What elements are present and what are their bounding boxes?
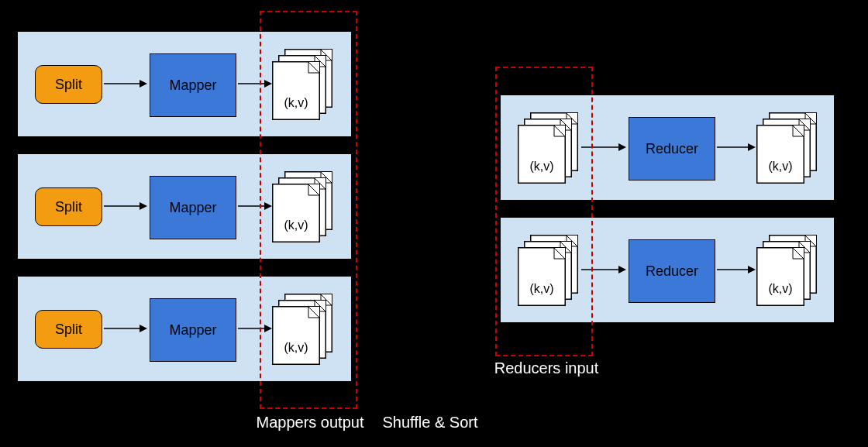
arrow-split-mapper-3: [102, 321, 149, 336]
reducer-box-2: Reducer: [629, 239, 715, 303]
kv-label: (k,v): [768, 282, 792, 295]
arrow-reducer-output-2: [715, 262, 757, 277]
split-box-2: Split: [35, 187, 102, 226]
mapper-label: Mapper: [169, 200, 216, 216]
svg-marker-5: [140, 202, 147, 210]
svg-marker-13: [618, 143, 626, 151]
reducers-input-label: Reducers input: [484, 359, 608, 377]
reducers-input-region: [495, 67, 593, 356]
output-docs-r2: (k,v): [756, 235, 818, 304]
mapper-label: Mapper: [169, 77, 216, 94]
shuffle-sort-label: Shuffle & Sort: [368, 414, 492, 432]
document-icon: (k,v): [756, 247, 804, 306]
split-label: Split: [55, 321, 82, 338]
split-box-3: Split: [35, 310, 102, 349]
mapper-box-1: Mapper: [150, 53, 236, 117]
mappers-output-region: [260, 11, 357, 409]
reducer-box-1: Reducer: [629, 117, 715, 181]
reducer-label: Reducer: [646, 141, 698, 157]
reducer-label: Reducer: [646, 263, 698, 280]
document-icon: (k,v): [756, 125, 804, 184]
split-label: Split: [55, 199, 82, 215]
mappers-output-label: Mappers output: [248, 414, 372, 432]
svg-marker-9: [140, 325, 147, 332]
split-label: Split: [55, 77, 82, 93]
mapper-box-2: Mapper: [150, 176, 236, 239]
output-docs-r1: (k,v): [756, 112, 818, 182]
split-box-1: Split: [35, 65, 102, 104]
svg-marker-1: [140, 80, 147, 88]
svg-marker-19: [748, 266, 756, 273]
arrow-split-mapper-2: [102, 198, 149, 214]
mapper-box-3: Mapper: [150, 298, 236, 362]
mapper-label: Mapper: [169, 322, 216, 339]
arrow-split-mapper-1: [102, 76, 149, 91]
svg-marker-17: [618, 266, 626, 273]
kv-label: (k,v): [768, 160, 792, 173]
svg-marker-15: [748, 143, 756, 151]
arrow-reducer-output-1: [715, 139, 757, 155]
